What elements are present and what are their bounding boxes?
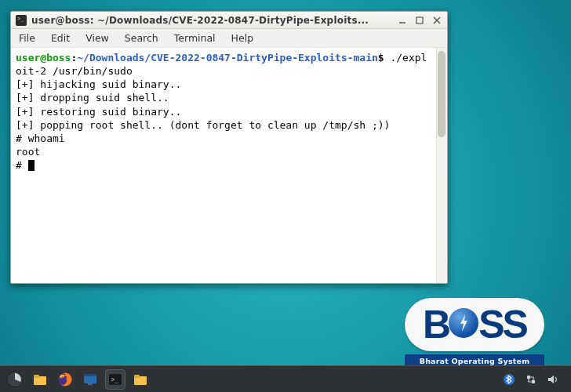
- output-line: [+] restoring suid binary..: [16, 106, 181, 118]
- titlebar[interactable]: user@boss: ~/Downloads/CVE-2022-0847-Dir…: [11, 12, 447, 29]
- output-line: [+] dropping suid shell..: [16, 92, 169, 103]
- svg-rect-15: [134, 375, 140, 378]
- output-line: [+] hijacking suid binary..: [16, 78, 181, 90]
- svg-rect-11: [88, 383, 93, 385]
- output-line: # whoami: [16, 132, 65, 144]
- volume-icon[interactable]: [546, 372, 560, 387]
- taskbar-launchers: >_: [5, 369, 151, 390]
- terminal-icon[interactable]: >_: [105, 369, 125, 390]
- svg-rect-10: [84, 374, 96, 376]
- output-line: root: [16, 146, 40, 158]
- window-title: user@boss: ~/Downloads/CVE-2022-0847-Dir…: [31, 15, 392, 26]
- logo-letter-s2: S: [503, 305, 526, 344]
- maximize-button[interactable]: [413, 15, 427, 26]
- menu-view[interactable]: View: [78, 30, 117, 46]
- svg-text:>_: >_: [111, 376, 119, 383]
- minimize-button[interactable]: [395, 15, 409, 26]
- svg-rect-1: [416, 17, 423, 24]
- folder-icon[interactable]: [130, 369, 151, 390]
- network-icon[interactable]: [524, 372, 538, 387]
- scrollbar-thumb[interactable]: [438, 51, 446, 137]
- file-manager-icon[interactable]: [30, 369, 50, 390]
- menubar: File Edit View Search Terminal Help: [11, 29, 447, 48]
- taskbar: >_: [0, 365, 571, 392]
- prompt-dollar: $: [378, 52, 384, 64]
- menu-help[interactable]: Help: [224, 30, 262, 46]
- output-line: #: [16, 159, 28, 171]
- bluetooth-icon[interactable]: [502, 372, 516, 387]
- menu-search[interactable]: Search: [117, 30, 166, 46]
- logo-lightning-disc: [449, 308, 478, 338]
- system-tray: [502, 372, 566, 387]
- svg-rect-17: [527, 376, 530, 379]
- logo-letter-b: B: [423, 305, 449, 344]
- svg-rect-18: [532, 380, 535, 383]
- menu-edit[interactable]: Edit: [43, 30, 78, 46]
- close-button[interactable]: [430, 15, 444, 26]
- menu-file[interactable]: File: [14, 30, 43, 46]
- command-part2: oit-2 /usr/bin/sudo: [16, 65, 133, 77]
- terminal-body[interactable]: user@boss:~/Downloads/CVE-2022-0847-Dirt…: [11, 48, 447, 283]
- terminal-cursor: [28, 160, 35, 171]
- output-line: [+] popping root shell.. (dont forget to…: [16, 119, 390, 131]
- logo-letter-s1: S: [478, 305, 502, 344]
- terminal-app-icon: [16, 15, 27, 26]
- terminal-body-wrap: user@boss:~/Downloads/CVE-2022-0847-Dirt…: [11, 48, 447, 283]
- terminal-scrollbar[interactable]: [436, 48, 447, 283]
- firefox-icon[interactable]: [55, 369, 75, 390]
- svg-rect-7: [34, 375, 39, 378]
- boss-logo-oval: B S S: [405, 298, 544, 351]
- terminal-window: user@boss: ~/Downloads/CVE-2022-0847-Dir…: [10, 11, 448, 284]
- start-menu-icon[interactable]: [5, 369, 25, 390]
- command-part1: ./expl: [384, 52, 427, 64]
- show-desktop-icon[interactable]: [80, 369, 100, 390]
- boss-logo: B S S Bharat Operating System Solutions: [405, 298, 544, 376]
- menu-terminal[interactable]: Terminal: [166, 30, 224, 46]
- prompt-path: ~/Downloads/CVE-2022-0847-DirtyPipe-Expl…: [77, 52, 378, 64]
- prompt-user: user@boss: [16, 52, 71, 64]
